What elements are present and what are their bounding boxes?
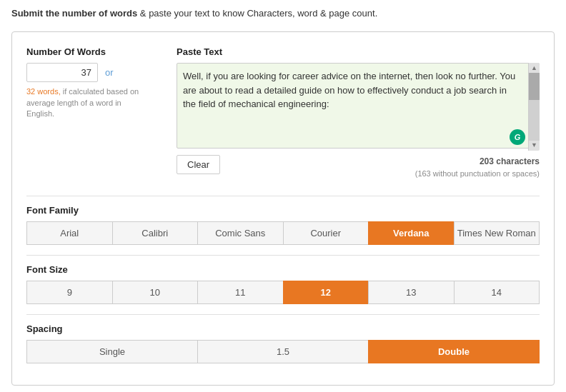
- font-size-option-12[interactable]: 12: [283, 281, 369, 304]
- paste-label: Paste Text: [177, 46, 540, 57]
- words-label: Number Of Words: [26, 46, 155, 57]
- font-family-section: Font Family ArialCalibriComic SansCourie…: [26, 205, 540, 245]
- scroll-up-arrow-icon: ▲: [531, 65, 537, 71]
- scroll-track: [529, 73, 540, 141]
- word-input-row: or: [26, 63, 155, 82]
- char-count-bold: 203 characters: [415, 155, 540, 168]
- font-family-option-courier[interactable]: Courier: [283, 221, 369, 245]
- divider-2: [26, 255, 540, 256]
- top-section: Number Of Words or 32 words, if calculat…: [26, 46, 540, 184]
- font-size-option-10[interactable]: 10: [112, 281, 198, 304]
- subtitle-suffix: & paste your text to know Characters, wo…: [140, 8, 377, 19]
- hint-line2: average length of a word in English.: [26, 99, 121, 118]
- font-size-section: Font Size 91011121314: [26, 264, 540, 304]
- scroll-down-arrow-icon: ▼: [531, 142, 537, 149]
- font-size-option-11[interactable]: 11: [197, 281, 283, 304]
- scroll-thumb: [529, 73, 540, 100]
- font-size-option-14[interactable]: 14: [454, 281, 540, 304]
- paste-textarea[interactable]: Well, if you are looking for career advi…: [177, 63, 540, 149]
- font-size-option-13[interactable]: 13: [368, 281, 454, 304]
- font-size-options: 91011121314: [26, 281, 540, 304]
- font-family-option-calibri[interactable]: Calibri: [112, 221, 198, 245]
- font-size-option-9[interactable]: 9: [26, 281, 112, 304]
- spacing-option-15[interactable]: 1.5: [197, 340, 368, 363]
- scrollbar[interactable]: ▲ ▼: [528, 63, 540, 151]
- paste-text-panel: Paste Text Well, if you are looking for …: [177, 46, 540, 184]
- word-count-input[interactable]: [26, 63, 98, 82]
- font-family-options: ArialCalibriComic SansCourierVerdanaTime…: [26, 221, 540, 245]
- clear-button[interactable]: Clear: [177, 155, 220, 174]
- spacing-section: Spacing Single1.5Double: [26, 323, 540, 363]
- font-family-option-times-new-roman[interactable]: Times New Roman: [454, 221, 540, 245]
- number-of-words-panel: Number Of Words or 32 words, if calculat…: [26, 46, 155, 184]
- char-count-sub: (163 without punctuation or spaces): [415, 168, 540, 180]
- spacing-option-double[interactable]: Double: [368, 340, 540, 363]
- font-family-option-arial[interactable]: Arial: [26, 221, 112, 245]
- divider-3: [26, 314, 540, 315]
- font-size-label: Font Size: [26, 264, 540, 275]
- spacing-label: Spacing: [26, 323, 540, 334]
- char-count-row: Clear 203 characters (163 without punctu…: [177, 155, 540, 180]
- page-subtitle: Submit the number of words & paste your …: [11, 7, 555, 20]
- subtitle-strong: Submit the number of words: [11, 8, 140, 19]
- spacing-option-single[interactable]: Single: [26, 340, 197, 363]
- main-card: Number Of Words or 32 words, if calculat…: [11, 31, 555, 386]
- divider-1: [26, 196, 540, 196]
- font-family-label: Font Family: [26, 205, 540, 216]
- or-text: or: [105, 67, 114, 78]
- hint-link: if calculated based on: [63, 87, 139, 96]
- spacing-options: Single1.5Double: [26, 340, 540, 363]
- hint-text: 32 words, if calculated based on average…: [26, 86, 141, 119]
- textarea-wrapper: Well, if you are looking for career advi…: [177, 63, 540, 151]
- font-family-option-verdana[interactable]: Verdana: [368, 221, 454, 245]
- hint-words: 32 words,: [26, 87, 61, 96]
- font-family-option-comic-sans[interactable]: Comic Sans: [197, 221, 283, 245]
- char-info: 203 characters (163 without punctuation …: [415, 155, 540, 180]
